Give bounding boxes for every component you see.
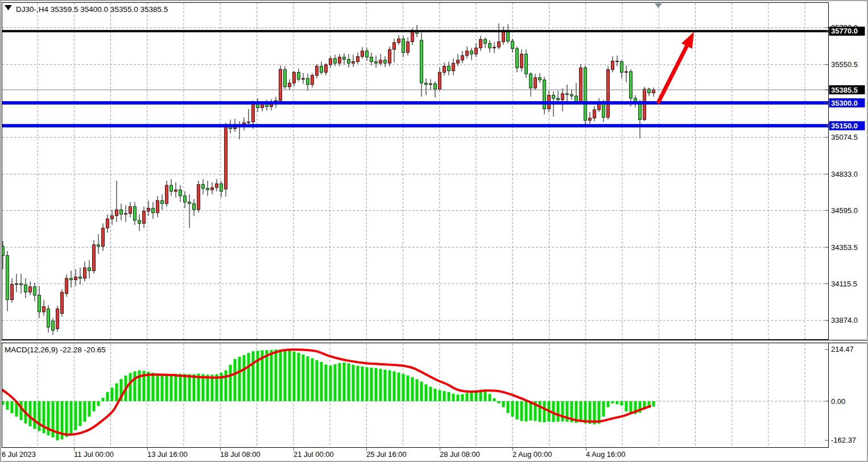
macd-histogram-bar [70, 401, 73, 434]
candle-bullish [466, 51, 469, 56]
macd-histogram-bar [580, 401, 582, 422]
macd-histogram-bar [625, 401, 628, 411]
candle-bearish [138, 220, 141, 223]
macd-histogram-bar [106, 392, 109, 401]
candle-bearish [188, 202, 191, 204]
macd-tick-label: 0.00 [831, 397, 845, 406]
candle-bullish [156, 201, 159, 213]
macd-histogram-bar [343, 363, 346, 401]
macd-histogram-bar [334, 364, 337, 401]
price-badge-label: 35385.5 [831, 86, 858, 94]
candle-bullish [225, 126, 228, 189]
macd-histogram-bar [266, 350, 268, 401]
macd-histogram-bar [84, 401, 86, 422]
macd-histogram-bar [34, 401, 36, 429]
candle-bearish [420, 40, 423, 83]
candle-bullish [457, 60, 460, 63]
macd-histogram-bar [97, 401, 100, 406]
price-tick-label: 34353.5 [831, 243, 858, 252]
candle-bullish [279, 69, 282, 101]
candle-bullish [498, 42, 501, 47]
macd-histogram-bar [293, 352, 296, 401]
candle-bullish [15, 284, 18, 284]
price-axis-background[interactable] [829, 2, 866, 448]
candle-bullish [475, 48, 478, 54]
price-tick-label: 33874.0 [831, 316, 858, 324]
price-tick-label: 34115.5 [831, 280, 857, 288]
candle-bearish [402, 39, 405, 52]
candle-bullish [411, 31, 414, 42]
candle-bullish [407, 42, 410, 53]
candle-bullish [216, 184, 218, 188]
macd-histogram-bar [407, 376, 410, 401]
macd-histogram-bar [461, 394, 464, 401]
macd-histogram-bar [516, 401, 519, 419]
macd-histogram-bar [329, 365, 332, 401]
macd-histogram-bar [156, 374, 159, 401]
macd-histogram-bar [611, 401, 614, 403]
candle-bearish [161, 201, 164, 203]
candle-bearish [566, 94, 569, 94]
candle-bearish [366, 51, 369, 57]
macd-histogram-bar [602, 401, 605, 417]
candle-bullish [102, 228, 105, 246]
candle-bearish [384, 60, 387, 63]
candle-bullish [75, 277, 77, 280]
candle-bearish [297, 72, 300, 79]
candle-bullish [147, 208, 150, 211]
candle-bearish [630, 72, 633, 98]
candle-bearish [38, 295, 41, 312]
panel-separator[interactable] [2, 340, 867, 343]
macd-histogram-bar [29, 401, 32, 426]
macd-histogram-bar [311, 358, 314, 401]
macd-histogram-bar [520, 401, 523, 421]
candle-bullish [388, 49, 391, 63]
candle-bullish [65, 278, 68, 294]
candle-bearish [489, 43, 491, 48]
candle-bullish [393, 43, 396, 49]
candle-bullish [520, 54, 523, 68]
time-tick-label: 4 Aug 16:00 [586, 450, 625, 459]
candle-bullish [580, 68, 582, 102]
macd-histogram-bar [448, 392, 450, 401]
macd-histogram-bar [616, 401, 619, 405]
macd-histogram-bar [170, 374, 173, 401]
candle-bearish [193, 203, 196, 210]
price-badge-label: 35770.0 [831, 27, 858, 35]
candle-bearish [530, 74, 532, 88]
candle-bearish [602, 103, 605, 118]
macd-histogram-bar [429, 387, 432, 401]
macd-histogram-bar [11, 401, 14, 413]
macd-histogram-bar [379, 369, 382, 401]
candle-bearish [539, 78, 542, 80]
macd-label: MACD(12,26,9) -22.28 -20.65 [5, 346, 106, 354]
candle-bearish [206, 188, 209, 190]
candle-bearish [552, 95, 555, 98]
macd-histogram-bar [188, 374, 191, 401]
macd-histogram-bar [338, 363, 341, 401]
macd-histogram-bar [316, 360, 319, 401]
macd-histogram-bar [38, 401, 41, 431]
candle-bearish [184, 196, 187, 202]
candle-bearish [343, 57, 346, 59]
macd-histogram-bar [79, 401, 82, 426]
macd-histogram-bar [56, 401, 59, 440]
time-tick-label: 2 Aug 00:00 [512, 450, 552, 459]
candle-bearish [543, 80, 546, 109]
time-tick-label: 28 Jul 08:00 [440, 450, 480, 459]
candle-bullish [325, 65, 328, 72]
macd-histogram-bar [530, 401, 532, 421]
candle-bullish [293, 72, 296, 83]
macd-histogram-bar [161, 374, 164, 401]
macd-histogram-bar [279, 349, 282, 401]
candle-bullish [84, 268, 86, 278]
macd-histogram-bar [93, 401, 96, 411]
macd-histogram-bar [297, 353, 300, 401]
macd-histogram-bar [652, 401, 655, 406]
candle-bearish [557, 98, 560, 100]
candle-bullish [480, 39, 482, 48]
macd-histogram-bar [257, 351, 259, 401]
candle-bearish [6, 256, 9, 300]
macd-histogram-bar [129, 373, 132, 401]
macd-histogram-bar [247, 353, 250, 401]
